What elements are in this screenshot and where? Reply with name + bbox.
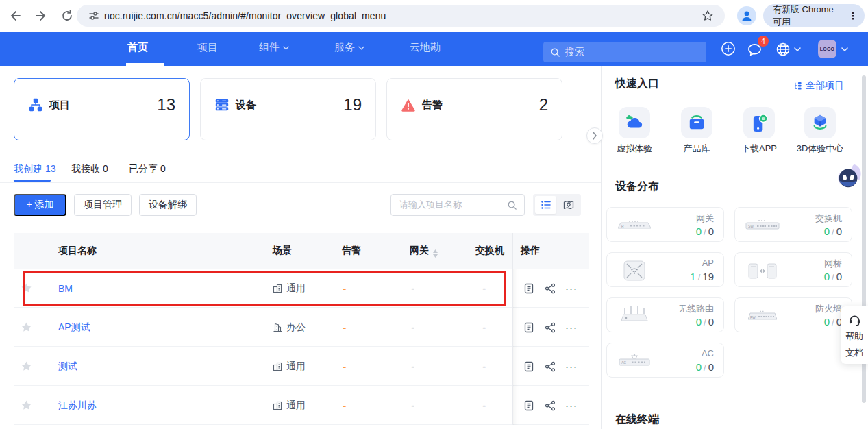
project-name-link[interactable]: 江苏川苏	[58, 386, 97, 425]
device-card-wireless-router[interactable]: 无线路由 0/0	[606, 297, 724, 332]
browser-reload-icon[interactable]	[60, 9, 74, 23]
firewall-device-image: FW	[743, 305, 782, 327]
account-avatar[interactable]: LOGO	[818, 40, 836, 58]
quick-3d-center[interactable]	[804, 107, 836, 138]
stat-card-projects[interactable]: 项目 13	[14, 78, 190, 140]
chevron-down-icon[interactable]	[794, 47, 801, 51]
detail-icon[interactable]	[521, 398, 536, 413]
more-actions-icon[interactable]: ···	[564, 281, 579, 296]
language-globe-icon[interactable]	[776, 42, 791, 57]
alarm-warning-icon	[401, 97, 416, 112]
chrome-update-chip[interactable]: 有新版 Chrome 可用 ⋮	[763, 4, 865, 27]
table-row[interactable]: 江苏川苏 通用 - - - ···	[14, 386, 589, 425]
list-view-button[interactable]	[535, 196, 556, 214]
share-icon[interactable]	[543, 320, 558, 335]
project-name-link[interactable]: BM	[58, 269, 73, 308]
switch-label: 交换机	[815, 212, 842, 225]
gateway-cell: -	[411, 269, 414, 308]
project-manage-button[interactable]: 项目管理	[74, 194, 132, 216]
share-icon[interactable]	[543, 281, 558, 296]
favorite-star-icon[interactable]	[21, 386, 32, 425]
fixed-column-divider	[512, 233, 513, 269]
row-actions: ···	[512, 269, 589, 308]
project-name-link[interactable]: AP测试	[58, 308, 90, 347]
all-projects-link[interactable]: 全部项目	[793, 79, 844, 92]
add-project-button[interactable]: + 添加	[14, 194, 66, 216]
device-card-ac[interactable]: AC AC 0/0	[606, 343, 724, 378]
office-scene-icon	[273, 323, 282, 332]
stat-card-alarms[interactable]: 告警 2	[386, 78, 562, 140]
quick-virtual-experience[interactable]	[619, 107, 650, 138]
device-card-ap[interactable]: AP 1/19	[606, 252, 724, 287]
project-sitemap-icon	[28, 97, 43, 112]
chevron-down-icon[interactable]	[841, 47, 848, 51]
tab-shared[interactable]: 已分享0	[129, 163, 166, 175]
search-icon[interactable]	[507, 200, 517, 210]
detail-icon[interactable]	[521, 359, 536, 374]
col-name: 项目名称	[58, 245, 97, 257]
svg-text:R: R	[621, 224, 624, 228]
share-icon[interactable]	[543, 398, 558, 413]
gateway-device-image: R	[615, 214, 654, 236]
col-gateway[interactable]: 网关	[410, 245, 438, 258]
device-card-bridge[interactable]: 网桥 0/0	[734, 252, 852, 287]
table-row[interactable]: 测试 通用 - - - ···	[14, 347, 589, 386]
collapse-panel-button[interactable]	[586, 127, 603, 144]
alarm-cell: -	[343, 347, 346, 386]
browser-back-icon[interactable]	[8, 9, 22, 23]
download-app-icon: e	[751, 114, 768, 132]
device-distribution-title: 设备分布	[615, 180, 659, 194]
nav-item-services[interactable]: 服务	[334, 41, 364, 54]
map-view-button[interactable]	[558, 196, 579, 214]
project-name-link[interactable]: 测试	[58, 347, 77, 386]
more-actions-icon[interactable]: ···	[564, 359, 579, 374]
quick-download-app[interactable]: e	[743, 107, 775, 138]
nav-cloud-survey-label: 云地勘	[410, 41, 441, 54]
tab-received-label: 我接收	[71, 163, 100, 174]
site-settings-icon[interactable]	[88, 10, 99, 21]
quick-product-library[interactable]	[681, 107, 712, 138]
nav-item-components[interactable]: 组件	[259, 41, 289, 54]
more-actions-icon[interactable]: ···	[564, 320, 579, 335]
url-text[interactable]: noc.ruijie.com.cn/macc5/admin/#/monitor_…	[104, 10, 386, 21]
more-actions-icon[interactable]: ···	[564, 398, 579, 413]
help-line1: 帮助	[845, 329, 863, 343]
share-icon[interactable]	[543, 359, 558, 374]
favorite-star-icon[interactable]	[21, 308, 32, 347]
table-row[interactable]: AP测试 办公 - - - ···	[14, 308, 589, 347]
global-search-input[interactable]: 搜索	[543, 42, 706, 62]
search-icon	[550, 47, 560, 58]
detail-icon[interactable]	[521, 281, 536, 296]
stat-card-devices[interactable]: 设备 19	[200, 78, 376, 140]
tab-received[interactable]: 我接收0	[71, 163, 108, 175]
panel-section-divider	[606, 404, 852, 404]
sort-icon[interactable]	[433, 249, 438, 258]
browser-profile-avatar[interactable]	[737, 6, 756, 25]
device-card-switch[interactable]: SW 交换机 0/0	[734, 207, 852, 242]
gateway-label: 网关	[696, 212, 714, 225]
project-search-input[interactable]: 请输入项目名称	[390, 194, 525, 216]
browser-menu-icon[interactable]: ⋮	[848, 14, 858, 18]
nav-item-cloud-survey[interactable]: 云地勘	[410, 41, 441, 54]
device-unbind-button[interactable]: 设备解绑	[139, 194, 197, 216]
help-docs-widget[interactable]: 帮助 文档	[841, 306, 868, 364]
favorite-star-icon[interactable]	[21, 347, 32, 386]
favorite-star-icon[interactable]	[21, 269, 32, 308]
app-badge-letter: e	[762, 115, 765, 121]
table-row[interactable]: BM 通用 - - - ···	[14, 269, 589, 308]
device-card-firewall[interactable]: FW 防火墙 0/0	[734, 297, 852, 332]
project-search-placeholder: 请输入项目名称	[399, 199, 507, 211]
headset-icon	[847, 312, 862, 327]
bookmark-star-icon[interactable]	[702, 10, 714, 22]
nav-item-home[interactable]: 首页	[127, 41, 148, 54]
device-card-gateway[interactable]: R 网关 0/0	[606, 207, 724, 242]
browser-forward-icon[interactable]	[34, 9, 48, 23]
generic-scene-icon	[273, 362, 282, 371]
tab-created-by-me[interactable]: 我创建13	[14, 163, 56, 175]
virtual-cloud-icon	[625, 114, 644, 131]
bridge-device-image	[743, 260, 782, 282]
create-plus-icon[interactable]	[721, 41, 736, 56]
detail-icon[interactable]	[521, 320, 536, 335]
assistant-robot-icon[interactable]	[834, 163, 863, 191]
nav-item-projects[interactable]: 项目	[197, 41, 218, 54]
